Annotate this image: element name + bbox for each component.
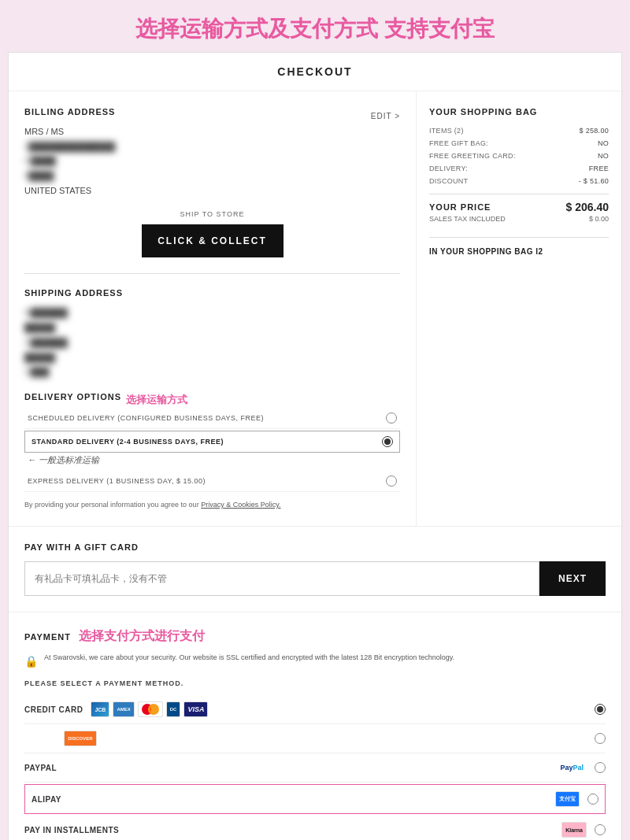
- gift-card-row: NEXT: [24, 561, 606, 596]
- right-column: YOUR SHOPPING BAG ITEMS (2) $ 258.00 FRE…: [417, 91, 621, 526]
- shopping-bag-label: YOUR SHOPPING BAG: [429, 107, 609, 117]
- payment-option-installments[interactable]: PAY IN INSTALLMENTS Klarna: [24, 816, 606, 840]
- shopping-bag-section: YOUR SHOPPING BAG ITEMS (2) $ 258.00 FRE…: [429, 107, 609, 256]
- billing-section: BILLING ADDRESS EDIT > MRS / MS 2███████…: [24, 107, 400, 257]
- delivery-option-express-text: EXPRESS DELIVERY (1 BUSINESS DAY, $ 15.0…: [28, 477, 206, 485]
- radio-installments[interactable]: [595, 824, 606, 835]
- discover-icon: DISCOVER: [64, 731, 96, 746]
- gift-bag-value: NO: [598, 139, 609, 147]
- radio-paypal[interactable]: [595, 762, 606, 773]
- radio-express[interactable]: [386, 476, 397, 487]
- gift-card-section: PAY WITH A GIFT CARD NEXT: [9, 526, 621, 612]
- left-column: BILLING ADDRESS EDIT > MRS / MS 2███████…: [9, 91, 417, 526]
- items-label: ITEMS (2): [429, 127, 464, 135]
- mc-icon: [138, 701, 163, 717]
- alipay-icon: 支付宝: [555, 791, 580, 807]
- discount-label: DISCOUNT: [429, 177, 468, 185]
- greeting-label: FREE GREETING CARD:: [429, 152, 516, 160]
- payment-option-paypal[interactable]: PAYPAL PayPal: [24, 753, 606, 783]
- main-content: CHECKOUT BILLING ADDRESS EDIT > MRS / MS…: [8, 52, 622, 840]
- delivery-section: DELIVERY OPTIONS 选择运输方式 SCHEDULED DELIVE…: [24, 392, 400, 511]
- radio-alipay[interactable]: [587, 794, 598, 805]
- security-row: 🔒 At Swarovski, we care about your secur…: [24, 653, 606, 670]
- bag-gift-row: FREE GIFT BAG: NO: [429, 137, 609, 150]
- discover-icons: DISCOVER: [64, 731, 96, 746]
- sales-tax-label: SALES TAX INCLUDED: [429, 215, 506, 223]
- klarna-icon: Klarna: [561, 822, 587, 838]
- edit-link[interactable]: EDIT >: [371, 112, 400, 120]
- billing-label: BILLING ADDRESS: [24, 107, 115, 117]
- shipping-address: N██████ █████ C██████ █████ U███: [24, 305, 400, 379]
- payment-header-row: PAYMENT 选择支付方式进行支付: [24, 628, 606, 645]
- gift-card-input[interactable]: [24, 561, 539, 596]
- shipping-line1: N██████: [24, 305, 68, 320]
- in-bag-header: IN YOUR SHOPPING BAG I2: [429, 237, 609, 256]
- payment-option-credit[interactable]: CREDIT DISCOVER: [24, 724, 606, 753]
- top-banner: 选择运输方式及支付方式 支持支付宝: [0, 0, 630, 52]
- billing-line2: G████: [24, 154, 56, 168]
- bag-items-row: ITEMS (2) $ 258.00: [429, 124, 609, 137]
- payment-option-alipay[interactable]: ALIPAY 支付宝: [24, 784, 606, 814]
- delivery-cost-value: FREE: [589, 165, 609, 172]
- shipping-line4: █████: [24, 350, 55, 365]
- gift-bag-label: FREE GIFT BAG:: [429, 139, 488, 147]
- paypal-icon: PayPal: [557, 760, 587, 775]
- sales-tax-row: SALES TAX INCLUDED $ 0.00: [429, 213, 609, 224]
- sales-tax-value: $ 0.00: [589, 215, 609, 223]
- jcb-icon: JCB: [91, 701, 109, 717]
- bag-greeting-row: FREE GREETING CARD: NO: [429, 150, 609, 162]
- installments-label: PAY IN INSTALLMENTS: [24, 826, 119, 834]
- delivery-option-scheduled-text: SCHEDULED DELIVERY (CONFIGURED BUSINESS …: [28, 414, 264, 422]
- payment-annotation: 选择支付方式进行支付: [79, 628, 205, 645]
- radio-credit[interactable]: [595, 733, 606, 744]
- your-price-label: YOUR PRICE: [429, 202, 491, 212]
- next-button[interactable]: NEXT: [539, 561, 606, 596]
- billing-line3: 9████: [24, 168, 54, 183]
- billing-line1: 2██████████████: [24, 139, 115, 154]
- your-price-value: $ 206.40: [566, 201, 610, 213]
- payment-section: PAYMENT 选择支付方式进行支付 🔒 At Swarovski, we ca…: [9, 612, 621, 840]
- security-text: At Swarovski, we care about your securit…: [44, 653, 454, 664]
- discount-value: - $ 51.60: [579, 177, 609, 185]
- gift-card-label: PAY WITH A GIFT CARD: [24, 542, 606, 552]
- bag-divider: [429, 194, 609, 194]
- billing-address: MRS / MS 2██████████████ G████ 9████ UNI…: [24, 124, 400, 198]
- checkout-body: BILLING ADDRESS EDIT > MRS / MS 2███████…: [9, 91, 621, 526]
- ship-to-store-label: SHIP TO STORE: [24, 210, 400, 218]
- billing-divider: [24, 273, 400, 274]
- diners-icon: DC: [166, 701, 181, 717]
- checkout-header: CHECKOUT: [9, 53, 621, 91]
- payment-option-credit-card[interactable]: CREDIT CARD JCB AMEX DC VISA: [24, 695, 606, 724]
- delivery-annotation: 选择运输方式: [126, 393, 187, 407]
- shipping-line2: █████: [24, 320, 55, 335]
- click-collect-button[interactable]: CLICK & COLLECT: [142, 224, 284, 257]
- privacy-link[interactable]: Privacy & Cookies Policy.: [201, 501, 280, 509]
- delivery-option-scheduled[interactable]: SCHEDULED DELIVERY (CONFIGURED BUSINESS …: [24, 408, 400, 429]
- radio-scheduled[interactable]: [386, 413, 397, 424]
- amex-icon: AMEX: [113, 701, 134, 717]
- privacy-note: By providing your personal information y…: [24, 500, 400, 511]
- top-banner-title: 选择运输方式及支付方式 支持支付宝: [8, 14, 622, 44]
- delivery-cost-label: DELIVERY:: [429, 165, 468, 172]
- credit-card-icons: JCB AMEX DC VISA: [91, 701, 208, 717]
- select-method-label: PLEASE SELECT A PAYMENT METHOD.: [24, 679, 606, 687]
- shipping-section: SHIPPING ADDRESS N██████ █████ C██████ █…: [24, 288, 400, 379]
- radio-standard[interactable]: [382, 436, 393, 447]
- credit-card-label: CREDIT CARD: [24, 705, 83, 714]
- delivery-option-express[interactable]: EXPRESS DELIVERY (1 BUSINESS DAY, $ 15.0…: [24, 471, 400, 492]
- mastercard-svg: [142, 704, 159, 715]
- delivery-label: DELIVERY OPTIONS: [24, 392, 121, 401]
- alipay-label: ALIPAY: [32, 795, 61, 804]
- payment-label: PAYMENT: [24, 632, 71, 642]
- paypal-label: PAYPAL: [24, 764, 57, 772]
- bag-delivery-row: DELIVERY: FREE: [429, 162, 609, 175]
- standard-annotation: ← 一般选标准运输: [28, 454, 400, 466]
- shipping-label: SHIPPING ADDRESS: [24, 288, 400, 298]
- delivery-option-standard[interactable]: STANDARD DELIVERY (2-4 BUSINESS DAYS, FR…: [24, 431, 400, 453]
- delivery-option-standard-text: STANDARD DELIVERY (2-4 BUSINESS DAYS, FR…: [32, 438, 224, 446]
- greeting-value: NO: [598, 152, 609, 160]
- radio-credit-card[interactable]: [595, 704, 606, 715]
- bag-discount-row: DISCOUNT - $ 51.60: [429, 175, 609, 187]
- items-value: $ 258.00: [580, 127, 609, 135]
- lock-icon: 🔒: [24, 653, 38, 670]
